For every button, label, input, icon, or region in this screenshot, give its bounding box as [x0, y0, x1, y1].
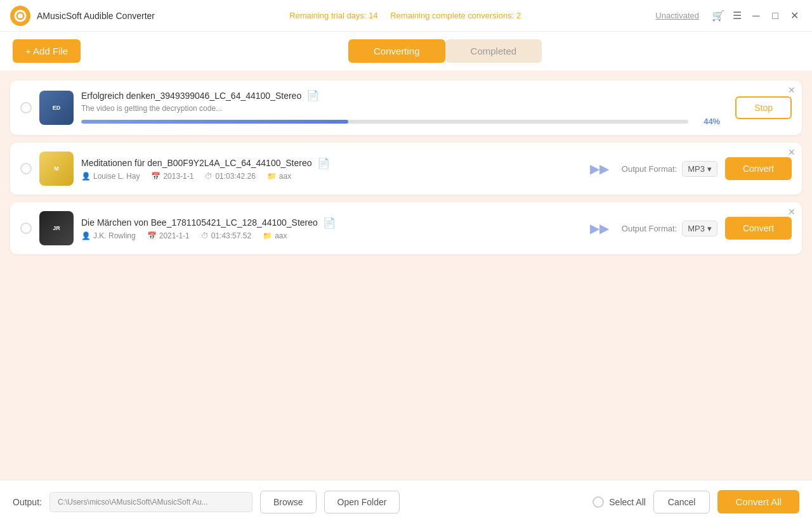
- bottom-bar: Output: C:\Users\micso\AMusicSoft\AMusic…: [0, 480, 812, 523]
- convert-button-3[interactable]: Convert: [725, 217, 792, 240]
- select-all-label[interactable]: Select All: [609, 497, 646, 507]
- add-file-button[interactable]: + Add File: [13, 39, 81, 63]
- card-title-row-3: Die Märchen von Bee_1781105421_LC_128_44…: [81, 217, 570, 229]
- menu-icon[interactable]: ☰: [730, 8, 745, 23]
- format-label-2: aax: [279, 172, 291, 181]
- card-checkbox-2[interactable]: [20, 163, 32, 174]
- titlebar: AMusicSoft Audible Converter Remaining t…: [0, 0, 812, 32]
- meta-date-3: 📅 2021-1-1: [147, 231, 190, 240]
- convert-all-button[interactable]: Convert All: [717, 490, 799, 513]
- doc-icon-2: 📄: [317, 157, 330, 169]
- meta-author-3: 👤 J.K. Rowling: [81, 231, 136, 240]
- svg-point-2: [18, 13, 23, 18]
- output-format-3: Output Format: MP3 ▾: [622, 221, 717, 236]
- meta-date-2: 📅 2013-1-1: [151, 172, 193, 181]
- card-info-3: Die Märchen von Bee_1781105421_LC_128_44…: [81, 217, 570, 240]
- card-top-3: JR Die Märchen von Bee_1781105421_LC_128…: [20, 211, 792, 245]
- trial-days: Remaining trial days: 14: [289, 11, 377, 20]
- file-card-1: ✕ ED Erfolgreich denken_3949399046_LC_64…: [10, 81, 802, 135]
- format-dropdown-icon-2: ▾: [707, 164, 712, 174]
- progress-row-1: 44%: [81, 117, 720, 126]
- author-icon-3: 👤: [81, 231, 91, 240]
- format-icon-3: 📁: [263, 231, 272, 240]
- card-checkbox-3[interactable]: [20, 223, 32, 234]
- arrow-icon-2: ▶▶: [590, 161, 609, 176]
- arrow-icon-3: ▶▶: [590, 221, 609, 236]
- progress-bar-fill-1: [81, 120, 348, 124]
- format-value-3: MP3: [688, 224, 705, 233]
- cart-icon[interactable]: 🛒: [710, 8, 726, 23]
- trial-info: Remaining trial days: 14 Remaining compl…: [161, 11, 649, 20]
- meta-duration-3: ⏱ 01:43:57.52: [201, 231, 251, 240]
- card-info-1: Erfolgreich denken_3949399046_LC_64_4410…: [81, 89, 720, 126]
- file-card-3: ✕ JR Die Märchen von Bee_1781105421_LC_1…: [10, 202, 802, 254]
- card-title-row-2: Meditationen für den_B00F9Y2L4A_LC_64_44…: [81, 157, 570, 169]
- duration-label-2: 01:03:42.26: [215, 172, 255, 181]
- app-logo: [10, 6, 30, 26]
- author-label-2: Louise L. Hay: [93, 172, 140, 181]
- format-select-3[interactable]: MP3 ▾: [682, 221, 717, 236]
- progress-bar-bg-1: [81, 120, 688, 124]
- tab-converting[interactable]: Converting: [348, 39, 445, 63]
- card-title-row-1: Erfolgreich denken_3949399046_LC_64_4410…: [81, 89, 720, 101]
- card-filename-2: Meditationen für den_B00F9Y2L4A_LC_64_44…: [81, 158, 312, 168]
- meta-format-2: 📁 aax: [267, 172, 291, 181]
- progress-pct-1: 44%: [695, 117, 720, 126]
- unactivated-link[interactable]: Unactivated: [655, 11, 699, 20]
- format-dropdown-icon-3: ▾: [707, 224, 712, 233]
- meta-format-3: 📁 aax: [263, 231, 287, 240]
- format-value-2: MP3: [688, 164, 705, 174]
- card-filename-3: Die Märchen von Bee_1781105421_LC_128_44…: [81, 217, 318, 228]
- maximize-icon[interactable]: □: [768, 8, 783, 23]
- date-icon-2: 📅: [151, 172, 160, 181]
- minimize-icon[interactable]: ─: [749, 8, 764, 23]
- output-format-2: Output Format: MP3 ▾: [622, 161, 717, 177]
- date-label-3: 2021-1-1: [159, 231, 190, 240]
- output-label: Output:: [13, 497, 42, 507]
- app-title: AMusicSoft Audible Converter: [37, 11, 155, 21]
- convert-button-2[interactable]: Convert: [725, 157, 792, 180]
- card-thumb-2: M: [39, 152, 74, 186]
- thumb-text-1: ED: [51, 103, 62, 112]
- titlebar-controls: 🛒 ☰ ─ □ ✕: [710, 8, 802, 23]
- card-top-1: ED Erfolgreich denken_3949399046_LC_64_4…: [20, 89, 792, 126]
- card-checkbox-1[interactable]: [20, 102, 32, 113]
- close-card-3[interactable]: ✕: [788, 207, 796, 216]
- duration-icon-3: ⏱: [201, 231, 209, 240]
- trial-conversions: Remaining complete conversions: 2: [390, 11, 521, 20]
- card-thumb-1: ED: [39, 91, 74, 125]
- duration-label-3: 01:43:57.52: [211, 231, 251, 240]
- doc-icon-1: 📄: [306, 89, 319, 101]
- meta-duration-2: ⏱ 01:03:42.26: [205, 172, 255, 181]
- select-all-area: Select All: [593, 496, 646, 508]
- duration-icon-2: ⏱: [205, 172, 213, 181]
- close-icon[interactable]: ✕: [787, 8, 802, 23]
- tab-completed[interactable]: Completed: [445, 39, 542, 63]
- select-all-radio[interactable]: [593, 496, 604, 508]
- format-select-2[interactable]: MP3 ▾: [682, 161, 717, 177]
- doc-icon-3: 📄: [323, 217, 336, 229]
- open-folder-button[interactable]: Open Folder: [324, 491, 400, 513]
- output-path: C:\Users\micso\AMusicSoft\AMusicSoft Au.…: [49, 492, 252, 512]
- browse-button[interactable]: Browse: [260, 491, 317, 513]
- format-icon-2: 📁: [267, 172, 277, 181]
- date-icon-3: 📅: [147, 231, 157, 240]
- author-label-3: J.K. Rowling: [93, 231, 136, 240]
- main-content: ✕ ED Erfolgreich denken_3949399046_LC_64…: [0, 70, 812, 480]
- toolbar: + Add File Converting Completed: [0, 32, 812, 70]
- close-card-1[interactable]: ✕: [788, 86, 796, 94]
- meta-author-2: 👤 Louise L. Hay: [81, 172, 140, 181]
- cancel-button[interactable]: Cancel: [653, 491, 710, 513]
- date-label-2: 2013-1-1: [163, 172, 193, 181]
- stop-button-1[interactable]: Stop: [735, 96, 792, 119]
- card-status-1: The video is getting the decryption code…: [81, 104, 720, 113]
- card-right-3: ▶▶ Output Format: MP3 ▾ Convert: [577, 217, 792, 240]
- card-top-2: M Meditationen für den_B00F9Y2L4A_LC_64_…: [20, 152, 792, 186]
- author-icon-2: 👤: [81, 172, 91, 181]
- card-thumb-3: JR: [39, 211, 74, 245]
- output-format-label-2: Output Format:: [622, 164, 677, 174]
- close-card-2[interactable]: ✕: [788, 148, 796, 157]
- thumb-text-2: M: [53, 164, 60, 173]
- thumb-text-3: JR: [51, 224, 62, 233]
- file-card-2: ✕ M Meditationen für den_B00F9Y2L4A_LC_6…: [10, 143, 802, 195]
